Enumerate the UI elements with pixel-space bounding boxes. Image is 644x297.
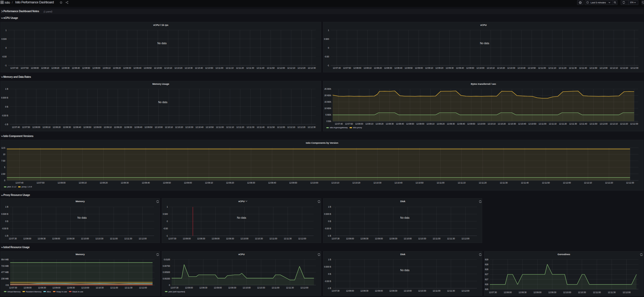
svg-text:12:10:20: 12:10:20: [352, 181, 360, 184]
svg-text:12:12:10: 12:12:10: [287, 126, 295, 128]
svg-text:12:08:30: 12:08:30: [121, 181, 129, 184]
svg-text:12:12:10: 12:12:10: [610, 67, 618, 69]
svg-text:12:09:50: 12:09:50: [144, 67, 152, 69]
svg-text:12:09:00: 12:09:00: [375, 237, 383, 240]
svg-text:Goroutines: Goroutines: [558, 253, 570, 255]
svg-text:0.00750: 0.00750: [163, 264, 170, 267]
svg-text:12:09:00: 12:09:00: [415, 67, 423, 69]
svg-text:827: 827: [485, 273, 489, 276]
svg-text:12:09:00: 12:09:00: [375, 290, 383, 292]
svg-text:12:09:30: 12:09:30: [447, 123, 455, 125]
svg-text:No data: No data: [480, 42, 489, 45]
svg-text:12:10:50: 12:10:50: [206, 126, 214, 128]
svg-text:12:11:00: 12:11:00: [433, 290, 441, 292]
svg-text:0 B: 0 B: [5, 105, 8, 108]
svg-text:828: 828: [485, 268, 489, 271]
svg-text:12:09:10: 12:09:10: [104, 126, 112, 128]
svg-text:0.500 B: 0.500 B: [324, 265, 331, 268]
svg-text:12:10:30: 12:10:30: [508, 123, 516, 125]
svg-text:12:07:30: 12:07:30: [168, 237, 176, 240]
svg-text:-1: -1: [166, 234, 168, 237]
svg-text:12:08:20: 12:08:20: [375, 123, 383, 125]
svg-text:12:12:00: 12:12:00: [563, 181, 571, 184]
svg-text:12:08:00: 12:08:00: [346, 290, 354, 292]
svg-text:12:11:20: 12:11:20: [236, 126, 244, 128]
svg-text:12:11:20: 12:11:20: [479, 181, 487, 184]
svg-text:12.5: 12.5: [1, 147, 5, 149]
svg-text:12:10:00: 12:10:00: [310, 181, 318, 184]
svg-text:12:08:50: 12:08:50: [163, 181, 171, 184]
svg-text:715 MiB: 715 MiB: [1, 264, 9, 267]
svg-text:7.50: 7.50: [1, 159, 5, 162]
svg-text:12:08:30: 12:08:30: [38, 237, 46, 240]
svg-text:12:09:00: 12:09:00: [93, 126, 101, 128]
svg-text:5: 5: [4, 166, 5, 169]
svg-text:12:11:00: 12:11:00: [110, 237, 118, 240]
svg-text:Memory: Memory: [76, 253, 85, 255]
svg-text:12:09:10: 12:09:10: [102, 67, 110, 69]
svg-text:-1 B: -1 B: [5, 234, 9, 237]
svg-text:12:10:30: 12:10:30: [373, 181, 381, 184]
svg-text:0.00500: 0.00500: [163, 271, 170, 273]
svg-text:12:11:30: 12:11:30: [500, 181, 508, 184]
svg-text:0.500 B: 0.500 B: [324, 213, 331, 215]
svg-text:12:10:40: 12:10:40: [195, 67, 203, 69]
svg-text:12:10:30: 12:10:30: [185, 67, 193, 69]
svg-text:12:12:00: 12:12:00: [300, 286, 308, 289]
svg-text:12:08:30: 12:08:30: [62, 67, 70, 69]
svg-text:12:11:30: 12:11:30: [569, 123, 577, 125]
svg-text:vCPU: vCPU: [480, 24, 487, 26]
svg-text:12:12:30: 12:12:30: [630, 123, 638, 125]
svg-text:12:12:10: 12:12:10: [287, 67, 295, 69]
svg-text:-1 B: -1 B: [327, 234, 331, 237]
svg-text:12:10:00: 12:10:00: [243, 286, 251, 289]
svg-text:12:09:20: 12:09:20: [436, 123, 444, 125]
svg-text:0.500: 0.500: [163, 213, 168, 215]
svg-text:12:10:00: 12:10:00: [404, 237, 412, 240]
svg-text:12:11:30: 12:11:30: [569, 67, 577, 69]
svg-text:12:07:50: 12:07:50: [36, 181, 44, 184]
svg-text:12:08:00: 12:08:00: [185, 286, 193, 289]
svg-text:12:10:30: 12:10:30: [96, 286, 104, 289]
svg-text:12:10:00: 12:10:00: [154, 67, 162, 69]
svg-text:12:11:40: 12:11:40: [579, 67, 587, 69]
svg-text:12:09:20: 12:09:20: [435, 67, 443, 69]
svg-text:12:11:20: 12:11:20: [559, 123, 567, 125]
svg-text:12:11:50: 12:11:50: [589, 67, 597, 69]
svg-text:12:09:50: 12:09:50: [467, 123, 475, 125]
svg-text:2.50: 2.50: [1, 173, 5, 175]
svg-text:0 B/s: 0 B/s: [326, 120, 331, 123]
svg-text:-1: -1: [327, 64, 329, 67]
svg-text:12:11:10: 12:11:10: [226, 126, 234, 128]
svg-text:12:09:30: 12:09:30: [548, 291, 556, 293]
svg-text:1: 1: [167, 205, 168, 208]
svg-text:12:09:00: 12:09:00: [184, 181, 192, 184]
svg-text:12:08:40: 12:08:40: [73, 126, 81, 128]
svg-text:12:12:00: 12:12:00: [139, 286, 147, 289]
svg-text:No data: No data: [237, 216, 246, 219]
svg-text:12:12:20: 12:12:20: [297, 67, 305, 69]
svg-text:12:07:30: 12:07:30: [170, 286, 178, 289]
svg-text:12:10:00: 12:10:00: [563, 291, 571, 293]
svg-text:12:11:40: 12:11:40: [579, 123, 587, 125]
svg-text:-1 B: -1 B: [327, 287, 331, 290]
svg-text:12:09:10: 12:09:10: [426, 123, 434, 125]
svg-text:12:09:10: 12:09:10: [425, 67, 433, 69]
svg-text:12:10:00: 12:10:00: [81, 286, 89, 289]
svg-text:12:12:20: 12:12:20: [605, 181, 613, 184]
svg-text:12:08:00: 12:08:00: [32, 126, 40, 128]
svg-text:12:11:00: 12:11:00: [433, 237, 441, 240]
svg-text:0 B: 0 B: [5, 220, 8, 223]
svg-text:0.00250: 0.00250: [163, 277, 170, 280]
svg-text:12:08:50: 12:08:50: [83, 126, 91, 128]
svg-text:12:08:50: 12:08:50: [82, 67, 90, 69]
svg-text:12:11:00: 12:11:00: [269, 237, 277, 240]
svg-text:20 kB/s: 20 kB/s: [324, 94, 331, 97]
svg-text:12:11:10: 12:11:10: [548, 67, 556, 69]
svg-text:12:10:20: 12:10:20: [174, 67, 182, 69]
svg-text:12:10:00: 12:10:00: [477, 123, 485, 125]
svg-text:12:11:00: 12:11:00: [216, 126, 224, 128]
svg-text:-0.50 B: -0.50 B: [2, 114, 8, 117]
svg-text:954 MiB: 954 MiB: [1, 258, 9, 261]
svg-text:0.500: 0.500: [324, 38, 329, 40]
